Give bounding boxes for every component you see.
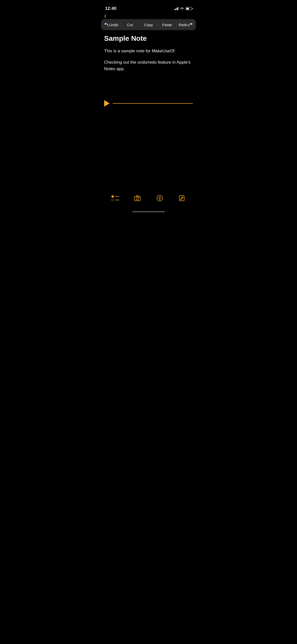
undo-button[interactable]: Undo [102, 19, 120, 30]
camera-icon [134, 195, 141, 202]
check-empty [111, 199, 114, 201]
compose-button[interactable] [176, 193, 187, 204]
redo-icon [189, 23, 193, 26]
svg-point-3 [139, 197, 140, 198]
paste-button[interactable]: Paste [158, 19, 176, 30]
play-button[interactable] [104, 100, 110, 107]
back-arrow-icon [103, 14, 108, 18]
nav-hint [99, 14, 198, 19]
note-content[interactable]: Sample Note This is a sample note for Ma… [99, 30, 198, 81]
battery-icon [186, 7, 192, 10]
note-paragraph-2: Checking out the undo/redo feature in Ap… [104, 59, 193, 72]
cut-button[interactable]: Cut [121, 19, 139, 30]
status-time: 12:40 [105, 6, 116, 11]
bottom-toolbar [99, 190, 198, 207]
svg-point-2 [137, 198, 138, 199]
redo-button[interactable]: Redo [177, 19, 195, 30]
note-paragraph-1: This is a sample note for MakeUseOf. [104, 48, 193, 54]
home-indicator [132, 211, 165, 212]
audio-track[interactable] [113, 103, 193, 104]
check-filled [111, 195, 114, 198]
checklist-button[interactable] [110, 193, 121, 204]
checklist-icon [111, 195, 119, 201]
check-line [115, 200, 119, 200]
status-icons [174, 7, 192, 10]
markup-icon [156, 195, 163, 202]
svg-point-4 [157, 195, 162, 201]
audio-player[interactable] [99, 96, 198, 111]
undo-icon [104, 23, 108, 26]
wifi-icon [180, 7, 184, 10]
camera-button[interactable] [132, 193, 143, 204]
edit-toolbar: Undo Cut Copy Paste Redo [101, 19, 196, 30]
signal-icon [174, 7, 179, 10]
status-bar: 12:40 [99, 0, 198, 14]
note-body: This is a sample note for MakeUseOf. Che… [104, 48, 193, 72]
markup-button[interactable] [154, 193, 165, 204]
svg-rect-6 [179, 196, 184, 201]
compose-icon [178, 195, 185, 202]
check-line [115, 196, 119, 197]
note-title: Sample Note [104, 34, 193, 43]
copy-button[interactable]: Copy [139, 19, 158, 30]
